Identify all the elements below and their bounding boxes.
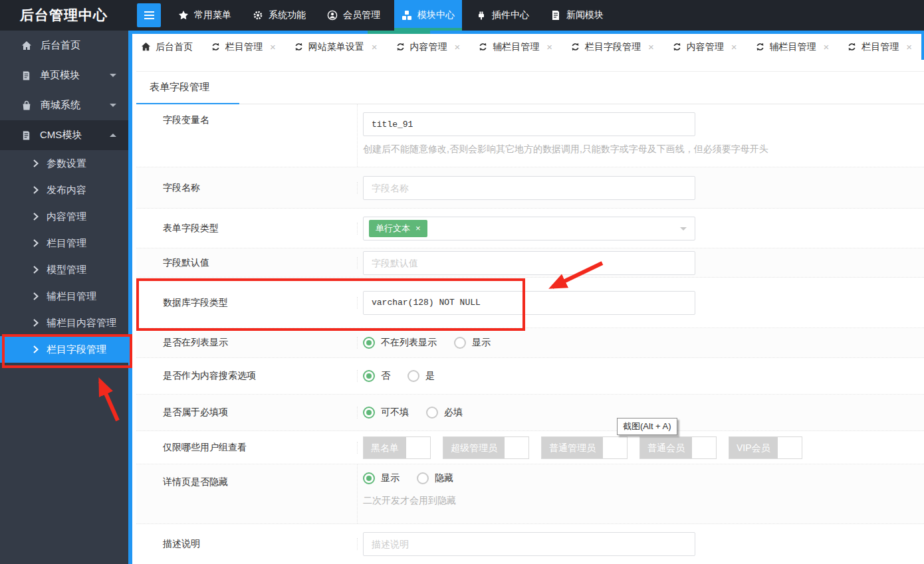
chevron-right-icon bbox=[33, 186, 39, 194]
sidebar-item-cms[interactable]: CMS模块 bbox=[0, 120, 128, 150]
form-panel: 表单字段管理 字段变量名 创建后不能随意修改,否则会影响其它地方的数据调用,只能… bbox=[136, 71, 924, 564]
field-label: 字段默认值 bbox=[136, 257, 358, 269]
refresh-icon bbox=[570, 42, 580, 52]
usergroup-checkbox-blacklist[interactable]: 黑名单 bbox=[363, 436, 431, 459]
sidebar-item-label: CMS模块 bbox=[40, 129, 82, 141]
sidebar-item-home[interactable]: 后台首页 bbox=[0, 31, 128, 60]
tab-content-manage-2[interactable]: 内容管理 × bbox=[663, 34, 746, 60]
default-value-input[interactable] bbox=[363, 251, 695, 275]
tab-aux-column-manage-2[interactable]: 辅栏目管理 × bbox=[747, 34, 838, 60]
radio-search-no[interactable]: 否 bbox=[363, 370, 390, 382]
close-icon[interactable]: × bbox=[731, 41, 737, 52]
topbar: 后台管理中心 常用菜单 系统功能 会员管理 模块中心 插件中心 新闻模块 bbox=[0, 0, 924, 31]
topnav-item-common-menu[interactable]: 常用菜单 bbox=[171, 0, 239, 31]
close-icon[interactable]: × bbox=[455, 41, 461, 52]
usergroup-label: 黑名单 bbox=[364, 437, 406, 458]
field-label: 详情页是否隐藏 bbox=[136, 464, 358, 523]
form-row-searchable: 是否作为内容搜索选项 否 是 bbox=[136, 358, 924, 395]
usergroup-checkbox-admin[interactable]: 普通管理员 bbox=[541, 436, 628, 459]
chevron-right-icon bbox=[33, 319, 39, 327]
radio-search-yes[interactable]: 是 bbox=[407, 370, 435, 382]
sidebar-subitem-aux-content[interactable]: 辅栏目内容管理 bbox=[0, 310, 128, 336]
hamburger-menu-button[interactable] bbox=[137, 3, 161, 27]
radio-show-in-list[interactable]: 显示 bbox=[454, 337, 491, 349]
usergroup-checkbox-super-admin[interactable]: 超级管理员 bbox=[443, 436, 529, 459]
radio-not-in-list[interactable]: 不在列表显示 bbox=[363, 337, 437, 349]
topnav-item-modules[interactable]: 模块中心 bbox=[394, 0, 462, 31]
form-row-db-type: 数据库字段类型 bbox=[136, 278, 924, 328]
tab-content-manage[interactable]: 内容管理 × bbox=[387, 34, 469, 60]
refresh-icon bbox=[755, 42, 765, 52]
screenshot-tooltip: 截图(Alt + A) bbox=[617, 418, 677, 435]
radio-label: 是 bbox=[425, 370, 435, 382]
tab-aux-column-manage[interactable]: 辅栏目管理 × bbox=[469, 34, 561, 60]
field-name-input[interactable] bbox=[363, 176, 695, 200]
variable-name-input[interactable] bbox=[363, 112, 695, 136]
topnav-label: 新闻模块 bbox=[566, 9, 604, 21]
tab-column-fields-manage[interactable]: 栏目字段管理 × bbox=[562, 34, 663, 60]
radio-label: 必填 bbox=[444, 407, 463, 419]
sidebar-subitem-column-fields[interactable]: 栏目字段管理 bbox=[0, 336, 128, 363]
topnav-label: 会员管理 bbox=[343, 9, 380, 21]
tab-label: 栏目字段管理 bbox=[585, 41, 641, 53]
checkbox[interactable] bbox=[778, 437, 802, 458]
sidebar-subitem-params[interactable]: 参数设置 bbox=[0, 150, 128, 177]
sidebar-subitem-publish[interactable]: 发布内容 bbox=[0, 177, 128, 203]
close-icon[interactable]: × bbox=[372, 41, 378, 52]
sidebar-subitem-aux-column[interactable]: 辅栏目管理 bbox=[0, 283, 128, 310]
tab-label: 栏目管理 bbox=[225, 41, 263, 53]
checkbox[interactable] bbox=[505, 437, 528, 458]
radio-detail-show[interactable]: 显示 bbox=[363, 472, 400, 484]
tab-site-menu[interactable]: 网站菜单设置 × bbox=[285, 34, 386, 60]
close-icon[interactable]: × bbox=[906, 41, 912, 52]
tab-label: 辅栏目管理 bbox=[770, 41, 816, 53]
tab-column-manage-2[interactable]: 栏目管理 × bbox=[838, 34, 921, 60]
checkbox[interactable] bbox=[406, 437, 430, 458]
tab-home[interactable]: 后台首页 bbox=[132, 34, 201, 60]
gear-icon bbox=[253, 10, 263, 21]
field-hint: 创建后不能随意修改,否则会影响其它地方的数据调用,只能数字或字母及下画线，但必须… bbox=[363, 143, 924, 155]
sidebar-subitem-model[interactable]: 模型管理 bbox=[0, 256, 128, 283]
topnav-item-system[interactable]: 系统功能 bbox=[245, 0, 313, 31]
checkbox[interactable] bbox=[603, 437, 627, 458]
tag-label: 单行文本 bbox=[376, 223, 410, 235]
chevron-up-icon bbox=[110, 130, 116, 137]
news-icon bbox=[550, 10, 561, 21]
close-icon[interactable]: × bbox=[824, 41, 830, 52]
checkbox[interactable] bbox=[692, 437, 716, 458]
tag-remove-icon[interactable]: × bbox=[415, 223, 421, 233]
usergroup-checkbox-vip[interactable]: VIP会员 bbox=[729, 436, 802, 459]
close-icon[interactable]: × bbox=[648, 41, 654, 52]
sidebar-item-shop[interactable]: 商城系统 bbox=[0, 90, 128, 120]
tab-label: 网站菜单设置 bbox=[308, 41, 364, 53]
close-icon[interactable]: × bbox=[546, 41, 552, 52]
db-type-input[interactable] bbox=[363, 291, 695, 315]
radio-selected-icon bbox=[363, 337, 375, 349]
tab-column-manage[interactable]: 栏目管理 × bbox=[202, 34, 285, 60]
sidebar-subitem-column[interactable]: 栏目管理 bbox=[0, 230, 128, 256]
refresh-icon bbox=[672, 42, 682, 52]
tab-label: 栏目管理 bbox=[862, 41, 899, 53]
radio-required[interactable]: 必填 bbox=[426, 407, 463, 419]
chevron-down-icon bbox=[680, 227, 687, 234]
tab-column-fields-active[interactable]: 栏目字段管 bbox=[921, 34, 924, 60]
usergroup-label: VIP会员 bbox=[729, 437, 778, 458]
description-input[interactable] bbox=[363, 532, 695, 556]
radio-label: 显示 bbox=[472, 337, 491, 349]
radio-icon bbox=[426, 407, 438, 419]
sidebar-item-single-page[interactable]: 单页模块 bbox=[0, 60, 128, 90]
refresh-icon bbox=[294, 42, 304, 52]
topnav-item-plugins[interactable]: 插件中心 bbox=[469, 0, 536, 31]
topnav-item-members[interactable]: 会员管理 bbox=[320, 0, 388, 31]
radio-detail-hide[interactable]: 隐藏 bbox=[417, 472, 453, 484]
modules-icon bbox=[402, 10, 412, 21]
radio-selected-icon bbox=[363, 407, 375, 419]
tab-label: 辅栏目管理 bbox=[493, 41, 539, 53]
close-icon[interactable]: × bbox=[270, 41, 276, 52]
radio-label: 不在列表显示 bbox=[381, 337, 437, 349]
radio-optional[interactable]: 可不填 bbox=[363, 407, 409, 419]
field-type-select[interactable]: 单行文本 × bbox=[363, 217, 695, 240]
usergroup-checkbox-member[interactable]: 普通会员 bbox=[639, 436, 717, 459]
sidebar-subitem-content[interactable]: 内容管理 bbox=[0, 203, 128, 230]
topnav-item-news[interactable]: 新闻模块 bbox=[543, 0, 611, 31]
